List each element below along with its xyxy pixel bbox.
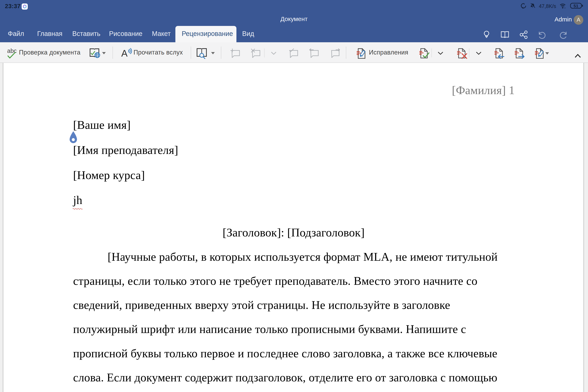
title-row: Документ Admin: [0, 12, 588, 26]
doc-title-line: [Заголовок]: [Подзаголовок]: [73, 226, 514, 238]
delete-comment-icon[interactable]: [250, 48, 261, 58]
next-change-icon[interactable]: [514, 48, 525, 60]
doc-paragraph-line: полужирный шрифт или написание только пр…: [73, 323, 466, 335]
track-changes-label[interactable]: Исправления: [369, 42, 408, 62]
top-bar: 23:37: [0, 0, 588, 42]
search-dropdown-icon[interactable]: [211, 52, 215, 55]
document-area: [Фамилия] 1 [Ваше имя] [Имя преподавател…: [0, 63, 588, 392]
svg-text:A: A: [121, 48, 128, 58]
status-time: 23:37: [5, 3, 20, 10]
tab-view[interactable]: Вид: [242, 26, 254, 42]
tab-review[interactable]: Рецензирование: [182, 26, 233, 42]
editing-mode-dropdown-icon[interactable]: [545, 52, 549, 55]
battery-level-text: 51: [574, 4, 578, 8]
android-status-bar: 23:37: [0, 0, 588, 12]
tab-file[interactable]: Файл: [8, 26, 24, 42]
spelling-squiggle: [72, 207, 83, 210]
doc-paragraph-line: слова. Если документ содержит подзаголов…: [73, 372, 497, 383]
accept-dropdown-icon[interactable]: [438, 52, 443, 56]
redo-icon[interactable]: [559, 31, 568, 40]
previous-comment-icon[interactable]: [309, 48, 320, 58]
toolbar-divider: [346, 46, 346, 59]
reject-change-icon[interactable]: [456, 48, 468, 60]
read-aloud-icon[interactable]: A: [121, 48, 132, 59]
editing-mode-icon[interactable]: [534, 48, 545, 60]
read-mode-icon[interactable]: [500, 31, 509, 39]
doc-line-instructor: [Имя преподавателя]: [73, 144, 178, 156]
undo-icon[interactable]: [538, 31, 546, 40]
data-saver-icon: [521, 3, 526, 10]
next-comment-icon[interactable]: [330, 48, 340, 58]
toolbar-divider: [469, 48, 470, 57]
doc-line-jh: jh: [73, 194, 82, 206]
toolbar-divider: [432, 48, 432, 57]
document-page[interactable]: [Фамилия] 1 [Ваше имя] [Имя преподавател…: [3, 63, 584, 392]
network-speed: 47,8K/s: [539, 3, 556, 9]
toolbar-divider: [191, 46, 191, 59]
microsoft-365-app-icon: [22, 4, 28, 10]
doc-paragraph-line: сведений, приведенных вверху этой страни…: [73, 299, 450, 311]
word-app-screen: 23:37: [0, 0, 588, 392]
search-document-icon[interactable]: [196, 48, 209, 60]
proofing-label[interactable]: Проверка документа: [19, 42, 80, 62]
doc-paragraph-line: [Научные работы, в которых используется …: [108, 251, 498, 262]
toolbar-divider: [221, 46, 221, 59]
spelling-check-icon[interactable]: abc: [7, 48, 16, 60]
proofing-language-dropdown-icon[interactable]: [102, 52, 106, 55]
tab-layout[interactable]: Макет: [152, 26, 171, 42]
collapse-ribbon-icon[interactable]: [574, 54, 581, 59]
text-cursor-handle[interactable]: [70, 131, 77, 144]
avatar[interactable]: A: [574, 15, 583, 25]
toolbar-divider: [264, 48, 264, 57]
show-comments-icon[interactable]: [288, 48, 299, 58]
doc-paragraph-line: страницы, если только этого не требует п…: [73, 275, 477, 287]
accept-change-icon[interactable]: [419, 48, 430, 60]
battery-icon: 51: [570, 2, 583, 10]
account-label[interactable]: Admin: [554, 12, 572, 26]
proofing-language-icon[interactable]: [90, 48, 101, 59]
lightbulb-icon[interactable]: [484, 30, 490, 40]
doc-line-your-name: [Ваше имя]: [73, 119, 131, 131]
tab-draw[interactable]: Рисование: [109, 26, 142, 42]
wifi-icon: [560, 3, 566, 10]
page-header-text: [Фамилия] 1: [452, 84, 515, 96]
account-name: Admin: [554, 16, 572, 23]
tab-home[interactable]: Главная: [37, 26, 62, 42]
doc-paragraph-line: прописной буквы только первое и последне…: [73, 348, 497, 359]
reject-dropdown-icon[interactable]: [476, 52, 482, 56]
document-title: Документ: [0, 12, 588, 26]
tab-insert[interactable]: Вставить: [72, 26, 100, 42]
previous-change-icon[interactable]: [494, 48, 505, 60]
read-aloud-label[interactable]: Прочитать вслух: [134, 42, 183, 62]
doc-line-course: [Номер курса]: [73, 169, 145, 181]
notifications-off-icon: [530, 3, 535, 10]
share-icon[interactable]: [520, 30, 528, 40]
toolbar-divider: [112, 46, 113, 59]
new-comment-icon[interactable]: [230, 48, 241, 58]
comment-dropdown-icon[interactable]: [271, 52, 276, 56]
track-changes-icon[interactable]: [356, 48, 367, 60]
ribbon-tabs: Файл Главная Вставить Рисование Макет Ре…: [0, 26, 588, 42]
review-toolbar: abc Проверка документа A Прочит: [0, 42, 588, 63]
